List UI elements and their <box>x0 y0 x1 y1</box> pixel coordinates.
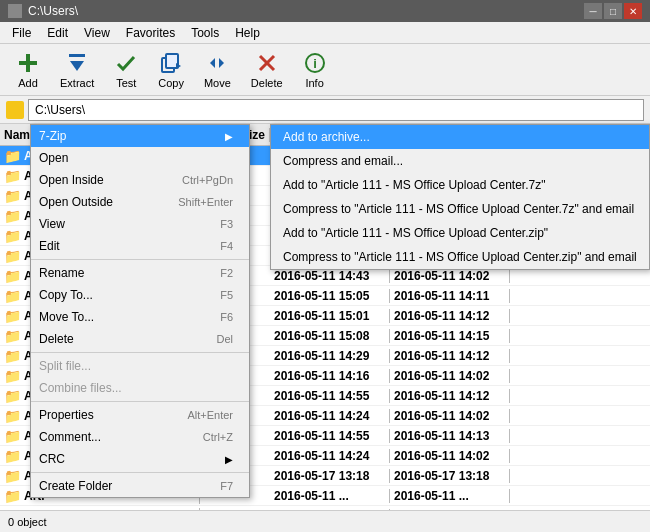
ctx-item-combine: Combine files... <box>31 377 249 399</box>
ctx-label-rename: Rename <box>39 266 84 280</box>
test-icon <box>114 51 138 75</box>
window-title: C:\Users\ <box>28 4 78 18</box>
ctx-shortcut-open-inside: Ctrl+PgDn <box>182 174 233 186</box>
ctx-arrow-7zip: ▶ <box>225 131 233 142</box>
delete-icon <box>255 51 279 75</box>
ctx-shortcut-view: F3 <box>220 218 233 230</box>
move-button[interactable]: Move <box>196 49 239 91</box>
ctx-item-delete[interactable]: Delete Del <box>31 328 249 350</box>
add-icon <box>16 51 40 75</box>
ctx-item-copy-to[interactable]: Copy To... F5 <box>31 284 249 306</box>
ctx-label-move-to: Move To... <box>39 310 94 324</box>
menu-edit[interactable]: Edit <box>39 24 76 42</box>
ctx-shortcut-rename: F2 <box>220 267 233 279</box>
address-input[interactable] <box>28 99 644 121</box>
info-button[interactable]: i Info <box>295 49 335 91</box>
ctx-label-crc: CRC <box>39 452 65 466</box>
ctx-shortcut-move-to: F6 <box>220 311 233 323</box>
ctx-item-open-outside[interactable]: Open Outside Shift+Enter <box>31 191 249 213</box>
extract-icon <box>65 51 89 75</box>
main-content: Name Size Modified Created Comment 📁Arti… <box>0 124 650 510</box>
delete-button[interactable]: Delete <box>243 49 291 91</box>
ctx-separator-1 <box>31 259 249 260</box>
submenu-label-compress-7z-email: Compress to "Article 111 - MS Office Upl… <box>283 202 634 216</box>
copy-button[interactable]: Copy <box>150 49 192 91</box>
ctx-label-split: Split file... <box>39 359 91 373</box>
ctx-label-create-folder: Create Folder <box>39 479 112 493</box>
ctx-arrow-crc: ▶ <box>225 454 233 465</box>
ctx-separator-3 <box>31 401 249 402</box>
status-bar: 0 object <box>0 510 650 532</box>
ctx-item-split: Split file... <box>31 355 249 377</box>
svg-rect-1 <box>19 61 37 65</box>
ctx-label-7zip: 7-Zip <box>39 129 66 143</box>
submenu-item-add-7z[interactable]: Add to "Article 111 - MS Office Upload C… <box>271 173 649 197</box>
ctx-label-view: View <box>39 217 65 231</box>
ctx-item-move-to[interactable]: Move To... F6 <box>31 306 249 328</box>
menu-file[interactable]: File <box>4 24 39 42</box>
ctx-shortcut-open-outside: Shift+Enter <box>178 196 233 208</box>
folder-icon <box>6 101 24 119</box>
title-bar: C:\Users\ ─ □ ✕ <box>0 0 650 22</box>
submenu-label-add-zip: Add to "Article 111 - MS Office Upload C… <box>283 226 548 240</box>
ctx-item-create-folder[interactable]: Create Folder F7 <box>31 475 249 497</box>
ctx-shortcut-edit: F4 <box>220 240 233 252</box>
ctx-label-copy-to: Copy To... <box>39 288 93 302</box>
close-button[interactable]: ✕ <box>624 3 642 19</box>
svg-marker-7 <box>210 58 215 68</box>
ctx-label-delete: Delete <box>39 332 74 346</box>
copy-icon <box>159 51 183 75</box>
info-icon: i <box>303 51 327 75</box>
window-controls: ─ □ ✕ <box>584 3 642 19</box>
test-button[interactable]: Test <box>106 49 146 91</box>
ctx-item-crc[interactable]: CRC ▶ <box>31 448 249 470</box>
ctx-item-properties[interactable]: Properties Alt+Enter <box>31 404 249 426</box>
ctx-label-open-outside: Open Outside <box>39 195 113 209</box>
status-text: 0 object <box>8 516 47 528</box>
menu-view[interactable]: View <box>76 24 118 42</box>
info-label: Info <box>305 77 323 89</box>
app-icon <box>8 4 22 18</box>
ctx-separator-4 <box>31 472 249 473</box>
ctx-item-view[interactable]: View F3 <box>31 213 249 235</box>
submenu-item-add-archive[interactable]: Add to archive... <box>271 125 649 149</box>
ctx-shortcut-create-folder: F7 <box>220 480 233 492</box>
submenu-label-compress-zip-email: Compress to "Article 111 - MS Office Upl… <box>283 250 637 264</box>
submenu-label-add-7z: Add to "Article 111 - MS Office Upload C… <box>283 178 545 192</box>
menu-bar: File Edit View Favorites Tools Help <box>0 22 650 44</box>
menu-favorites[interactable]: Favorites <box>118 24 183 42</box>
submenu: Add to archive... Compress and email... … <box>270 124 650 270</box>
ctx-item-7zip[interactable]: 7-Zip ▶ <box>31 125 249 147</box>
ctx-label-comment: Comment... <box>39 430 101 444</box>
copy-label: Copy <box>158 77 184 89</box>
ctx-item-edit[interactable]: Edit F4 <box>31 235 249 257</box>
ctx-shortcut-copy-to: F5 <box>220 289 233 301</box>
minimize-button[interactable]: ─ <box>584 3 602 19</box>
ctx-label-edit: Edit <box>39 239 60 253</box>
submenu-item-compress-7z-email[interactable]: Compress to "Article 111 - MS Office Upl… <box>271 197 649 221</box>
maximize-button[interactable]: □ <box>604 3 622 19</box>
ctx-label-open: Open <box>39 151 68 165</box>
ctx-shortcut-comment: Ctrl+Z <box>203 431 233 443</box>
ctx-item-open-inside[interactable]: Open Inside Ctrl+PgDn <box>31 169 249 191</box>
add-button[interactable]: Add <box>8 49 48 91</box>
ctx-item-rename[interactable]: Rename F2 <box>31 262 249 284</box>
menu-help[interactable]: Help <box>227 24 268 42</box>
submenu-item-add-zip[interactable]: Add to "Article 111 - MS Office Upload C… <box>271 221 649 245</box>
toolbar: Add Extract Test Copy <box>0 44 650 96</box>
ctx-shortcut-delete: Del <box>216 333 233 345</box>
ctx-item-comment[interactable]: Comment... Ctrl+Z <box>31 426 249 448</box>
ctx-separator-2 <box>31 352 249 353</box>
submenu-item-compress-zip-email[interactable]: Compress to "Article 111 - MS Office Upl… <box>271 245 649 269</box>
svg-marker-8 <box>219 58 224 68</box>
move-icon <box>205 51 229 75</box>
ctx-item-open[interactable]: Open <box>31 147 249 169</box>
submenu-item-compress-email[interactable]: Compress and email... <box>271 149 649 173</box>
extract-button[interactable]: Extract <box>52 49 102 91</box>
svg-marker-3 <box>70 61 84 71</box>
move-label: Move <box>204 77 231 89</box>
context-menu: 7-Zip ▶ Open Open Inside Ctrl+PgDn Open … <box>30 124 250 498</box>
menu-tools[interactable]: Tools <box>183 24 227 42</box>
submenu-label-compress-email: Compress and email... <box>283 154 403 168</box>
ctx-label-combine: Combine files... <box>39 381 122 395</box>
